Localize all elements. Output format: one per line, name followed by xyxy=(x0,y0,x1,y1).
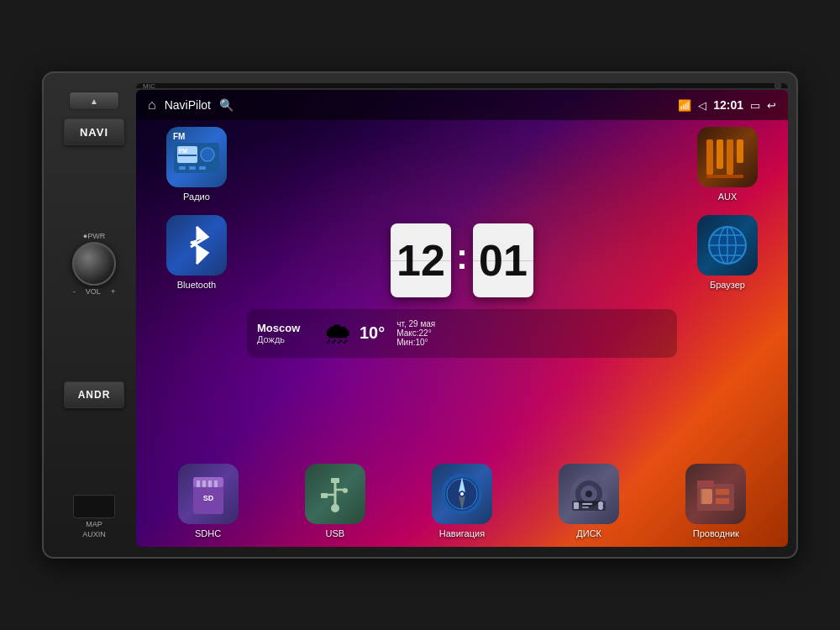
home-icon[interactable]: ⌂ xyxy=(148,97,156,113)
flip-clock: 12 : 01 xyxy=(391,223,533,297)
svg-rect-53 xyxy=(716,498,729,504)
svg-point-48 xyxy=(598,505,603,510)
explorer-icon xyxy=(685,464,746,524)
map-label: MAP xyxy=(86,520,102,528)
auxin-label: AUXIN xyxy=(82,530,106,538)
left-panel: ▲ NAVI ●PWR - VOL + ANDR MAP AUXIN xyxy=(52,83,136,547)
status-bar-left: ⌂ NaviPilot 🔍 xyxy=(148,97,234,113)
disc-icon xyxy=(559,464,619,524)
date-min-temp: Мин:10° xyxy=(396,338,428,347)
svg-rect-5 xyxy=(189,166,196,170)
browser-label: Браузер xyxy=(710,280,745,290)
recent-apps-icon[interactable]: ▭ xyxy=(750,99,760,112)
weather-location: Moscow Дождь xyxy=(257,322,316,344)
car-stereo-device: ▲ NAVI ●PWR - VOL + ANDR MAP AUXIN xyxy=(42,71,798,559)
left-app-column: FM Радио xyxy=(146,127,247,454)
svg-rect-10 xyxy=(727,139,733,175)
svg-point-3 xyxy=(201,148,214,161)
radio-app[interactable]: FM Радио xyxy=(166,127,227,202)
disc-app[interactable]: ДИСК xyxy=(559,464,619,538)
vol-label: - VOL + xyxy=(73,287,115,296)
sdhc-app[interactable]: SD SDHC xyxy=(178,464,239,538)
usb-icon xyxy=(305,464,365,524)
svg-rect-12 xyxy=(706,175,743,178)
clock-display: 12:01 xyxy=(713,98,743,112)
navi-button[interactable]: NAVI xyxy=(64,118,124,145)
search-icon[interactable]: 🔍 xyxy=(219,98,234,112)
status-bar-right: 📶 ◁ 12:01 ▭ ↩ xyxy=(678,98,776,112)
radio-label: Радио xyxy=(183,192,210,202)
svg-rect-50 xyxy=(697,480,714,487)
right-app-column: AUX xyxy=(677,127,778,454)
weather-widget: Moscow Дождь 🌧 10° чт, 29 мая Макс:22° М… xyxy=(247,309,677,358)
usb-app[interactable]: USB xyxy=(305,464,365,538)
date-line1: чт, 29 мая xyxy=(396,319,435,328)
weather-city: Moscow xyxy=(257,322,300,334)
navigation-label: Навигация xyxy=(439,528,485,538)
eject-button[interactable]: ▲ xyxy=(69,92,119,110)
aux-label: AUX xyxy=(718,192,738,202)
explorer-app[interactable]: Проводник xyxy=(685,464,746,538)
svg-rect-52 xyxy=(716,489,729,495)
svg-rect-51 xyxy=(701,489,712,504)
volume-knob-section: ●PWR - VOL + xyxy=(72,232,116,296)
sdhc-label: SDHC xyxy=(195,528,221,538)
bluetooth-label: Bluetooth xyxy=(177,280,216,290)
svg-rect-9 xyxy=(717,139,723,169)
mic-label: MIC xyxy=(143,83,155,90)
svg-rect-2 xyxy=(178,155,197,156)
aux-app[interactable]: AUX xyxy=(697,127,758,202)
clock-separator: : xyxy=(456,237,468,277)
back-icon[interactable]: ↩ xyxy=(767,99,776,112)
cd-slot-bar: MIC xyxy=(136,83,788,88)
weather-icon: 🌧 xyxy=(323,316,353,351)
app-content-area: FM Радио xyxy=(136,120,788,460)
volume-knob[interactable] xyxy=(72,242,116,286)
svg-rect-23 xyxy=(208,480,212,487)
svg-rect-4 xyxy=(179,166,186,170)
svg-rect-46 xyxy=(582,507,589,508)
svg-point-32 xyxy=(331,504,339,512)
clock-minute: 01 xyxy=(473,223,533,297)
navigation-app[interactable]: Навигация xyxy=(432,464,492,538)
clock-hour: 12 xyxy=(391,223,451,297)
svg-rect-54 xyxy=(701,489,702,504)
disc-label: ДИСК xyxy=(576,528,601,538)
bottom-app-row: SD SDHC xyxy=(136,460,788,547)
screen-wrapper: MIC ⌂ NaviPilot 🔍 📶 ◁ 12:01 ▭ ↩ xyxy=(136,83,788,547)
svg-rect-26 xyxy=(331,478,339,483)
top-controls: ▲ NAVI xyxy=(52,92,136,145)
weather-description: Дождь xyxy=(257,334,285,344)
app-name: NaviPilot xyxy=(165,98,211,112)
bluetooth-app[interactable]: Bluetooth xyxy=(166,215,227,290)
svg-rect-6 xyxy=(199,166,206,170)
usb-label: USB xyxy=(325,528,344,538)
svg-point-36 xyxy=(460,492,464,496)
svg-rect-8 xyxy=(706,139,713,175)
explorer-label: Проводник xyxy=(693,528,739,538)
weather-date: чт, 29 мая Макс:22° Мин:10° xyxy=(396,319,435,347)
svg-point-42 xyxy=(585,491,592,497)
svg-rect-45 xyxy=(582,503,592,505)
svg-rect-21 xyxy=(197,480,200,487)
center-widget: 12 : 01 Moscow Дождь 🌧 10° xyxy=(247,127,677,454)
signal-icon: ◁ xyxy=(698,99,706,112)
sdhc-icon: SD xyxy=(178,464,239,524)
aux-icon xyxy=(697,127,758,187)
browser-icon xyxy=(697,215,758,276)
svg-rect-22 xyxy=(202,480,206,487)
browser-app[interactable]: Браузер xyxy=(697,215,758,290)
temp-main: 10° xyxy=(360,323,385,343)
status-bar: ⌂ NaviPilot 🔍 📶 ◁ 12:01 ▭ ↩ xyxy=(136,90,788,120)
sd-slot[interactable] xyxy=(73,495,115,518)
weather-temp: 10° xyxy=(360,323,385,343)
svg-rect-30 xyxy=(321,493,328,498)
radio-icon: FM xyxy=(166,127,227,187)
svg-text:FM: FM xyxy=(179,148,187,154)
svg-text:SD: SD xyxy=(202,494,213,502)
andr-button[interactable]: ANDR xyxy=(64,381,124,408)
bluetooth-icon xyxy=(166,215,227,276)
navigation-icon xyxy=(432,464,492,524)
dot-indicator xyxy=(774,83,781,89)
svg-rect-11 xyxy=(737,139,743,163)
